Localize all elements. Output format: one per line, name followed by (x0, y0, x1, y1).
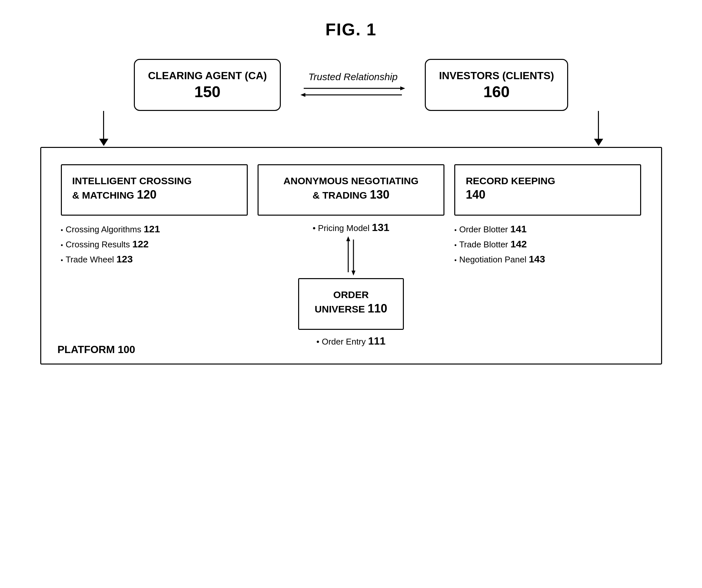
anonymous-negotiating-box: ANONYMOUS NEGOTIATING & TRADING 130 (257, 164, 445, 216)
list-item: • Crossing Results 122 (61, 239, 248, 250)
intelligent-crossing-items: • Crossing Algorithms 121 • Crossing Res… (61, 224, 248, 265)
list-item: • Crossing Algorithms 121 (61, 224, 248, 235)
diagram-wrapper: FIG. 1 CLEARING AGENT (CA) 150 Trusted R… (40, 13, 662, 364)
clearing-agent-title: CLEARING AGENT (CA) (148, 69, 267, 83)
svg-marker-3 (301, 93, 305, 97)
inner-content: INTELLIGENT CROSSING & MATCHING 120 • Cr… (61, 164, 641, 348)
svg-marker-7 (351, 271, 355, 275)
right-connector (594, 111, 603, 147)
intelligent-crossing-module: INTELLIGENT CROSSING & MATCHING 120 • Cr… (61, 164, 248, 269)
list-item: • Negotiation Panel 143 (454, 254, 641, 265)
clearing-agent-number: 150 (148, 83, 267, 101)
trusted-relationship-arrows (301, 85, 405, 98)
record-keeping-items: • Order Blotter 141 • Trade Blotter 142 … (454, 224, 641, 265)
platform-label: PLATFORM 100 (57, 344, 135, 356)
page-title: FIG. 1 (325, 20, 376, 39)
intelligent-crossing-title: INTELLIGENT CROSSING & MATCHING 120 (72, 174, 236, 203)
svg-marker-5 (346, 236, 350, 241)
anonymous-negotiating-title: ANONYMOUS NEGOTIATING & TRADING 130 (269, 174, 433, 203)
record-keeping-module: RECORD KEEPING 140 • Order Blotter 141 •… (454, 164, 641, 269)
trusted-relationship-label: Trusted Relationship (308, 71, 398, 83)
top-row: CLEARING AGENT (CA) 150 Trusted Relation… (40, 59, 662, 111)
order-universe-box: ORDER UNIVERSE 110 (298, 278, 404, 330)
platform-box: INTELLIGENT CROSSING & MATCHING 120 • Cr… (40, 147, 662, 365)
record-keeping-box: RECORD KEEPING 140 (454, 164, 641, 216)
order-universe-items: • Order Entry 111 (317, 335, 385, 347)
svg-marker-1 (400, 86, 405, 90)
list-item: • Order Blotter 141 (454, 224, 641, 235)
list-item: • Trade Blotter 142 (454, 239, 641, 250)
investors-number: 160 (439, 83, 554, 101)
record-keeping-title: RECORD KEEPING 140 (466, 174, 630, 203)
investors-title: INVESTORS (CLIENTS) (439, 69, 554, 83)
left-connector (99, 111, 108, 147)
center-module: ANONYMOUS NEGOTIATING & TRADING 130 • Pr… (257, 164, 445, 348)
intelligent-crossing-box: INTELLIGENT CROSSING & MATCHING 120 (61, 164, 248, 216)
list-item: • Trade Wheel 123 (61, 254, 248, 265)
order-universe-title: ORDER UNIVERSE 110 (315, 288, 387, 317)
anonymous-negotiating-items: • Pricing Model 131 (313, 222, 389, 234)
clearing-agent-box: CLEARING AGENT (CA) 150 (134, 59, 281, 111)
center-arrows (341, 236, 361, 275)
trusted-relationship-area: Trusted Relationship (301, 71, 405, 98)
investors-box: INVESTORS (CLIENTS) 160 (425, 59, 568, 111)
